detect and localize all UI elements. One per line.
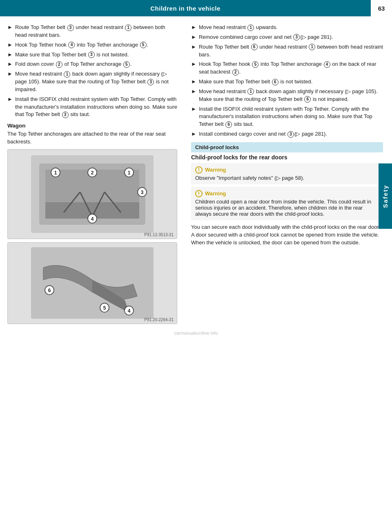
- safety-tab: Safety: [379, 163, 392, 229]
- warning-label-2: Warning: [205, 190, 226, 197]
- bullet-arrow: ►: [191, 105, 196, 129]
- svg-text:4: 4: [91, 216, 94, 222]
- bullet-arrow: ►: [7, 60, 13, 68]
- image-2-container: 6 5 4 P91.20-2264-31: [7, 242, 177, 324]
- bullet-arrow: ►: [191, 88, 196, 103]
- bullet-arrow: ►: [7, 96, 13, 119]
- svg-text:1: 1: [128, 170, 131, 176]
- list-item: ► Hook Top Tether hook 4 into Top Tether…: [7, 41, 177, 49]
- svg-text:5: 5: [103, 305, 106, 311]
- bottom-text: You can secure each door individually wi…: [191, 224, 383, 247]
- bullet-arrow: ►: [191, 60, 196, 76]
- list-item: ► Fold down cover 2 of Top Tether anchor…: [7, 60, 177, 68]
- wagon-title: Wagon: [7, 123, 177, 129]
- page-header: Children in the vehicle 63: [0, 0, 392, 16]
- child-proof-title: Child-proof locks for the rear doors: [191, 154, 383, 161]
- chapter-title: Children in the vehicle: [0, 5, 371, 12]
- image-1: 1 2 1 3 4 P91.12-3513-31: [7, 149, 177, 239]
- list-item: ► Route Top Tether belt 6 under head res…: [191, 43, 383, 59]
- list-item: ► Move head restraint 1 upwards.: [191, 24, 383, 31]
- child-proof-header: Child-proof locks: [191, 142, 383, 152]
- bullet-arrow: ►: [191, 34, 196, 41]
- bullet-arrow: ►: [191, 24, 196, 31]
- left-bullet-list: ► Route Top Tether belt 3 under head res…: [7, 24, 177, 118]
- list-item: ► Install the ISOFIX child restraint sys…: [191, 105, 383, 129]
- list-item: ► Remove combined cargo cover and net 3(…: [191, 34, 383, 41]
- footer-watermark: carmanualsonline.info: [0, 327, 392, 337]
- warning-title-2: ! Warning: [195, 190, 379, 197]
- bullet-arrow: ►: [7, 51, 13, 59]
- list-item: ► Route Top Tether belt 3 under head res…: [7, 24, 177, 39]
- image-1-label: P91.12-3513-31: [144, 232, 174, 237]
- list-item: ► Move head restraint 1 back down again …: [191, 88, 383, 103]
- right-column: ► Move head restraint 1 upwards. ► Remov…: [187, 24, 383, 327]
- warning-icon-2: !: [195, 190, 203, 197]
- wagon-text: The Top Tether anchorages are attached t…: [7, 130, 177, 146]
- bullet-arrow: ►: [191, 43, 196, 59]
- image-1-svg: 1 2 1 3 4: [31, 155, 154, 233]
- warning-icon-1: !: [195, 166, 203, 174]
- right-bullet-list: ► Move head restraint 1 upwards. ► Remov…: [191, 24, 383, 138]
- image-2-label: P91.20-2264-31: [144, 317, 174, 322]
- list-item: ► Hook Top Tether hook 5 into Top Tether…: [191, 60, 383, 76]
- image-2: 6 5 4 P91.20-2264-31: [7, 242, 177, 324]
- bullet-arrow: ►: [7, 24, 13, 39]
- list-item: ► Make sure that Top Tether belt 6 is no…: [191, 78, 383, 86]
- page-number: 63: [371, 0, 392, 16]
- warning-box-2: ! Warning Children could open a rear doo…: [191, 187, 383, 220]
- image-2-svg: 6 5 4: [31, 247, 154, 319]
- warning-box-1: ! Warning Observe "Important safety note…: [191, 163, 383, 184]
- svg-text:6: 6: [48, 288, 51, 293]
- bullet-arrow: ►: [191, 78, 196, 86]
- image-1-container: 1 2 1 3 4 P91.12-3513-31: [7, 149, 177, 239]
- list-item: ► Make sure that Top Tether belt 3 is no…: [7, 51, 177, 59]
- svg-text:3: 3: [141, 190, 144, 195]
- bullet-arrow: ►: [7, 41, 13, 49]
- svg-text:2: 2: [91, 170, 94, 176]
- warning-text-2: Children could open a rear door from ins…: [195, 199, 371, 217]
- list-item: ► Install combined cargo cover and net 3…: [191, 130, 383, 138]
- svg-text:4: 4: [128, 308, 131, 314]
- left-column: ► Route Top Tether belt 3 under head res…: [7, 24, 187, 327]
- bullet-arrow: ►: [7, 70, 13, 94]
- list-item: ► Move head restraint 1 back down again …: [7, 70, 177, 94]
- warning-title-1: ! Warning: [195, 166, 379, 174]
- warning-label-1: Warning: [205, 167, 226, 173]
- list-item: ► Install the ISOFIX child restraint sys…: [7, 96, 177, 119]
- svg-text:1: 1: [54, 170, 57, 176]
- warning-text-1: Observe "Important safety notes" (▷ page…: [195, 175, 304, 181]
- bullet-arrow: ►: [191, 130, 196, 138]
